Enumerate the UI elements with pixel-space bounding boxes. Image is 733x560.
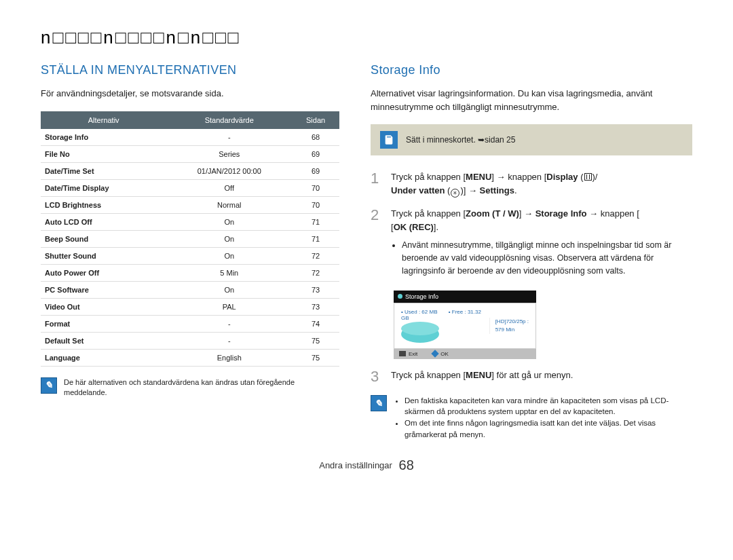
step-body: Tryck på knappen [MENU] för att gå ur me… — [391, 369, 573, 384]
table-row: Beep SoundOn71 — [41, 230, 339, 247]
note-icon: ✎ — [371, 395, 387, 411]
step-3: 3 Tryck på knappen [MENU] för att gå ur … — [371, 369, 692, 384]
table-row: Date/Time DisplayOff70 — [41, 179, 339, 196]
used-label: • Used : 62 MB — [401, 309, 438, 315]
note-bullet: Den faktiska kapaciteten kan vara mindre… — [405, 395, 692, 417]
tip-box: Sätt i minneskortet. ➥sidan 25 — [371, 124, 692, 155]
ok-button: OK — [432, 351, 449, 357]
ok-icon — [432, 350, 439, 358]
table-row: LCD BrightnessNormal70 — [41, 196, 339, 213]
note-bullet: Om det inte finns någon lagringsmedia is… — [405, 417, 692, 440]
mock-footer: Exit OK — [394, 349, 536, 359]
underwater-icon: ✳ — [451, 189, 459, 198]
left-heading: STÄLLA IN MENYALTERNATIVEN — [41, 63, 339, 77]
note-row: ✎ De här alternativen och standardvärden… — [41, 377, 339, 399]
mock-right: [HD]720/25p : 579 Min — [489, 318, 529, 334]
table-row: File NoSeries69 — [41, 145, 339, 162]
table-row: Default Set-75 — [41, 332, 339, 349]
menu-icon — [399, 351, 406, 356]
th-default: Standardvärde — [166, 111, 292, 129]
table-row: Shutter SoundOn72 — [41, 247, 339, 264]
step-number: 1 — [371, 171, 381, 198]
note-text: De här alternativen och standardvärdena … — [64, 377, 339, 399]
page: n□□□□n□□□□n□n□□□ STÄLLA IN MENYALTERNATI… — [0, 0, 733, 493]
note-row: ✎ Den faktiska kapaciteten kan vara mind… — [371, 395, 692, 441]
mock-title-bar: Storage Info — [394, 291, 536, 303]
disk-icon — [401, 325, 439, 343]
table-row: Auto Power Off5 Min72 — [41, 264, 339, 281]
exit-button: Exit — [399, 351, 417, 357]
step-1: 1 Tryck på knappen [MENU] → knappen [Dis… — [371, 170, 692, 198]
step-2: 2 Tryck på knappen [Zoom (T / W)] → Stor… — [371, 207, 692, 280]
table-row: Video OutPAL73 — [41, 298, 339, 315]
table-row: Auto LCD OffOn71 — [41, 213, 339, 230]
table-row: LanguageEnglish75 — [41, 349, 339, 366]
step-bullet: Använt minnesutrymme, tillgängligt minne… — [402, 239, 692, 278]
page-footer: Andra inställningar 68 — [41, 458, 692, 473]
sd-card-icon — [380, 131, 398, 149]
step-body: Tryck på knappen [MENU] → knappen [Displ… — [391, 170, 597, 198]
footer-label: Andra inställningar — [319, 460, 392, 470]
right-heading: Storage Info — [371, 63, 692, 77]
step-body: Tryck på knappen [Zoom (T / W)] → Storag… — [391, 207, 692, 280]
left-column: STÄLLA IN MENYALTERNATIVEN För användnin… — [41, 63, 339, 440]
mock-title: Storage Info — [405, 293, 438, 300]
options-table: Alternativ Standardvärde Sidan Storage I… — [41, 111, 339, 367]
page-number: 68 — [399, 458, 414, 472]
th-page: Sidan — [292, 111, 339, 129]
mock-body: • Used : 62 MB • Free : 31.32 GB [HD]720… — [394, 303, 536, 349]
table-row: PC SoftwareOn73 — [41, 281, 339, 298]
section-title: n□□□□n□□□□n□n□□□ — [41, 27, 692, 48]
right-column: Storage Info Alternativet visar lagrings… — [371, 63, 692, 440]
left-intro: För användningsdetaljer, se motsvarande … — [41, 87, 339, 100]
storage-icon — [398, 294, 402, 299]
table-row: Format-74 — [41, 315, 339, 332]
steps: 1 Tryck på knappen [MENU] → knappen [Dis… — [371, 170, 692, 384]
time-label: 579 Min — [495, 326, 529, 334]
table-row: Storage Info-68 — [41, 129, 339, 146]
note-icon: ✎ — [41, 377, 57, 394]
screen-mockup: Storage Info • Used : 62 MB • Free : 31.… — [394, 291, 536, 359]
table-row: Date/Time Set01/JAN/2012 00:0069 — [41, 162, 339, 179]
note-list: Den faktiska kapaciteten kan vara mindre… — [394, 395, 692, 441]
display-icon — [584, 173, 592, 181]
right-intro: Alternativet visar lagringsinformation. … — [371, 87, 692, 113]
mock-left: • Used : 62 MB • Free : 31.32 GB — [401, 309, 483, 343]
res-label: [HD]720/25p : — [495, 318, 529, 326]
th-option: Alternativ — [41, 111, 166, 129]
step-number: 3 — [371, 369, 381, 384]
two-column-layout: STÄLLA IN MENYALTERNATIVEN För användnin… — [41, 63, 692, 440]
tip-text: Sätt i minneskortet. ➥sidan 25 — [406, 135, 515, 145]
step-number: 2 — [371, 208, 381, 280]
